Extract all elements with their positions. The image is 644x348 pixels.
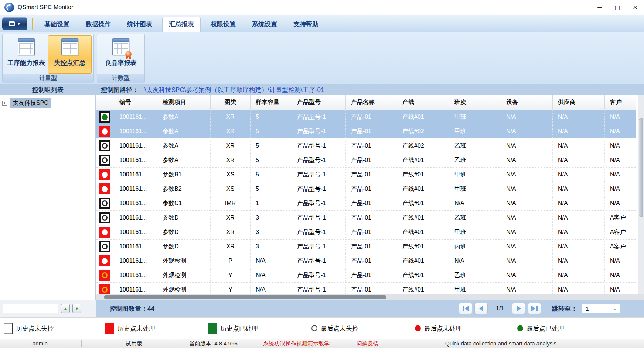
vertical-scrollbar[interactable] — [638, 95, 644, 294]
search-down-button[interactable]: ▼ — [72, 304, 81, 313]
triangle-right-icon — [517, 306, 521, 311]
video-tutorial-link[interactable]: 系统功能操作视频演示教学 — [263, 340, 330, 347]
table-row[interactable]: 1001161...参数DXR3产品型号-1产品-01产线#01丙班N/AN/A… — [96, 240, 636, 254]
jump-page-select[interactable]: 1 ⌄ — [582, 304, 620, 313]
ribbon-button-良品率报表[interactable]: 良品率报表 — [99, 35, 143, 74]
column-header-产线[interactable]: 产线 — [397, 95, 449, 110]
spreadsheet-icon — [61, 38, 78, 55]
cell-item: 参数A — [157, 153, 211, 167]
cell-customer: A客户 — [605, 225, 636, 239]
column-header-班次[interactable]: 班次 — [449, 95, 501, 110]
cell-icon — [96, 124, 114, 138]
cell-line: 产线#01 — [397, 254, 449, 268]
cell-shift: 甲班 — [449, 110, 501, 124]
close-button[interactable]: ✕ — [626, 0, 644, 15]
cell-size: N/A — [251, 268, 292, 282]
status-icon-red-ring — [99, 284, 110, 294]
cell-device: N/A — [501, 240, 553, 254]
table-row[interactable]: 1001161...外观检测YN/A产品型号-1产品-01产线#01甲班N/AN… — [96, 283, 636, 294]
minimize-button[interactable]: ─ — [591, 0, 609, 15]
next-page-button[interactable] — [512, 303, 525, 314]
cell-name: 产品-01 — [346, 139, 397, 153]
tree-search-input[interactable] — [3, 304, 58, 313]
column-header-样本容量[interactable]: 样本容量 — [251, 95, 292, 110]
table-row[interactable]: 1001161...外观检测YN/A产品型号-1产品-01产线#01乙班N/AN… — [96, 268, 636, 283]
tab-统计图表[interactable]: 统计图表 — [121, 17, 159, 32]
cell-size: 5 — [251, 182, 292, 196]
status-icon-white-green — [99, 111, 110, 123]
table-row[interactable]: 1001161...参数B2XS5产品型号-1产品-01产线#01甲班N/AN/… — [96, 182, 636, 196]
table-row[interactable]: 1001161...参数AXR5产品型号-1产品-01产线#01甲班N/AN/A… — [96, 110, 636, 124]
search-up-button[interactable]: ▲ — [61, 304, 70, 313]
status-legend: 历史点未失控历史点未处理历史点已处理最后点未失控最后点未处理最后点已处理 — [0, 317, 644, 339]
ribbon-group-label: 计量型 — [3, 74, 93, 83]
cell-item: 参数D — [157, 225, 211, 239]
table-row[interactable]: 1001161...参数AXR5产品型号-1产品-01产线#01乙班N/AN/A… — [96, 153, 636, 168]
cell-supplier: N/A — [553, 139, 605, 153]
cell-id: 1001161... — [114, 124, 157, 138]
cell-name: 产品-01 — [346, 182, 397, 196]
maximize-button[interactable]: ▢ — [609, 0, 626, 15]
legend-label: 最后点已处理 — [527, 324, 564, 333]
ribbon: 工序能力报表失控点汇总计量型良品率报表计数型 — [0, 32, 644, 84]
app-menu-button[interactable]: ▼ — [2, 17, 27, 30]
tree-item-taiyou-spc[interactable]: + 太友科技SPC — [0, 98, 95, 108]
column-header-产品名称[interactable]: 产品名称 — [346, 95, 397, 110]
status-icon-white-hollow — [99, 155, 110, 166]
triangle-left-icon — [465, 306, 469, 311]
cell-line: 产线#01 — [397, 110, 449, 124]
column-header-status[interactable] — [96, 95, 114, 110]
cell-chart: XR — [211, 225, 251, 239]
app-logo-icon — [4, 3, 14, 12]
tab-基础设置[interactable]: 基础设置 — [38, 17, 76, 32]
cell-name: 产品-01 — [346, 124, 397, 138]
feedback-link[interactable]: 问题反馈 — [357, 340, 379, 347]
tree-expand-icon[interactable]: + — [2, 101, 7, 106]
app-window: QSmart SPC Monitor ─ ▢ ✕ ▼ 基础设置数据操作统计图表汇… — [0, 0, 644, 348]
column-header-供应商[interactable]: 供应商 — [553, 95, 605, 110]
cell-chart: Y — [211, 283, 251, 294]
cell-id: 1001161... — [114, 254, 157, 268]
column-header-设备[interactable]: 设备 — [501, 95, 553, 110]
table-row[interactable]: 1001161...参数C1IMR1产品型号-1产品-01产线#01N/AN/A… — [96, 196, 636, 211]
tab-支持帮助[interactable]: 支持帮助 — [287, 17, 325, 32]
last-page-button[interactable] — [528, 303, 541, 314]
tab-汇总报表[interactable]: 汇总报表 — [162, 17, 201, 32]
column-header-产品型号[interactable]: 产品型号 — [292, 95, 346, 110]
first-page-button[interactable] — [459, 303, 472, 314]
table-row[interactable]: 1001161...参数B1XS5产品型号-1产品-01产线#01甲班N/AN/… — [96, 168, 636, 182]
column-header-客户[interactable]: 客户 — [605, 95, 636, 110]
table-row[interactable]: 1001161...参数DXR3产品型号-1产品-01产线#01乙班N/AN/A… — [96, 211, 636, 225]
chart-count-value: 44 — [147, 305, 154, 312]
circle-green-icon — [517, 325, 523, 331]
table-row[interactable]: 1001161...参数DXR3产品型号-1产品-01产线#01甲班N/AN/A… — [96, 225, 636, 240]
column-header-检测项目[interactable]: 检测项目 — [157, 95, 211, 110]
table-row[interactable]: 1001161...参数AXR5产品型号-1产品-01产线#02甲班N/AN/A… — [96, 124, 636, 139]
cell-line: 产线#01 — [397, 196, 449, 210]
cell-size: 1 — [251, 196, 292, 210]
cell-customer: N/A — [605, 168, 636, 182]
prev-page-button[interactable] — [474, 303, 488, 314]
cell-shift: 甲班 — [449, 225, 501, 239]
table-row[interactable]: 1001161...参数AXR5产品型号-1产品-01产线#02乙班N/AN/A… — [96, 139, 636, 153]
cell-supplier: N/A — [553, 196, 605, 210]
cell-customer: A客户 — [605, 240, 636, 254]
column-header-编号[interactable]: 编号 — [114, 95, 157, 110]
ribbon-button-工序能力报表[interactable]: 工序能力报表 — [4, 35, 48, 74]
horizontal-scrollbar[interactable] — [96, 294, 644, 300]
column-header-图类[interactable]: 图类 — [211, 95, 251, 110]
tab-数据操作[interactable]: 数据操作 — [79, 17, 117, 32]
cell-model: 产品型号-1 — [292, 268, 346, 282]
cell-icon — [96, 283, 114, 294]
cell-name: 产品-01 — [346, 283, 397, 294]
tab-权限设置[interactable]: 权限设置 — [204, 17, 242, 32]
arrow-up-icon: ▲ — [64, 307, 68, 311]
table-row[interactable]: 1001161...外观检测PN/A产品型号-1产品-01产线#01N/AN/A… — [96, 254, 636, 268]
tab-系统设置[interactable]: 系统设置 — [246, 17, 283, 32]
chevron-down-icon: ⌄ — [613, 307, 617, 310]
cell-id: 1001161... — [114, 240, 157, 254]
horizontal-scrollbar-thumb[interactable] — [104, 295, 386, 299]
status-icon-white-hollow — [99, 241, 110, 252]
vertical-scrollbar-thumb[interactable] — [639, 118, 643, 217]
ribbon-button-失控点汇总[interactable]: 失控点汇总 — [48, 35, 92, 74]
